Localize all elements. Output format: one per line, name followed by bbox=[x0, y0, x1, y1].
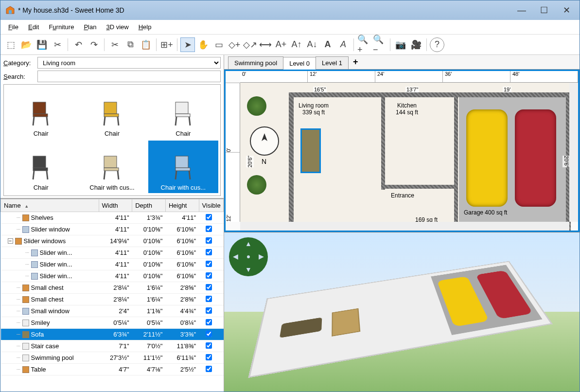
undo-icon[interactable]: ↶ bbox=[71, 37, 86, 52]
furniture-name: Small window bbox=[31, 307, 70, 315]
plant-icon bbox=[247, 175, 266, 195]
table-row[interactable]: ┄Shelves 4'11" 1'3¾" 4'11" bbox=[1, 212, 224, 224]
visible-checkbox[interactable] bbox=[206, 296, 212, 302]
table-row[interactable]: ┄Swimming pool 27'3½" 11'1½" 6'11¾" bbox=[1, 352, 224, 364]
text-decrease-icon[interactable]: A↓ bbox=[305, 37, 319, 52]
table-row[interactable]: ┄Slider win... 4'11" 0'10⅝" 6'10⅝" bbox=[1, 247, 224, 259]
add-level-button[interactable]: + bbox=[348, 55, 363, 69]
menu-file[interactable]: File bbox=[4, 21, 22, 33]
redo-icon[interactable]: ↷ bbox=[87, 37, 101, 52]
search-input[interactable] bbox=[37, 71, 221, 82]
zoom-in-icon[interactable]: 🔍+ bbox=[357, 37, 371, 52]
title-bar: * My house.sh3d - Sweet Home 3D — ☐ ✕ bbox=[0, 0, 580, 20]
paste-icon[interactable]: 📋 bbox=[139, 37, 153, 52]
visible-checkbox[interactable] bbox=[206, 261, 212, 267]
help-icon[interactable]: ? bbox=[430, 37, 444, 52]
visible-checkbox[interactable] bbox=[206, 354, 212, 360]
table-row[interactable]: ┄Small chest 2'8¼" 1'6¼" 2'8⅝" bbox=[1, 294, 224, 305]
visible-checkbox[interactable] bbox=[206, 366, 212, 372]
view-3d[interactable]: ▲ ◀●▶ ▼ bbox=[224, 232, 580, 392]
scrollbar-vertical[interactable] bbox=[569, 83, 578, 222]
chair-icon bbox=[24, 96, 58, 130]
table-row[interactable]: ┄Sofa 6'3¾" 2'11½" 3'3⅜" bbox=[1, 329, 224, 340]
furniture-name: Sofa bbox=[31, 331, 44, 338]
copy-icon[interactable]: ⧉ bbox=[123, 37, 138, 52]
visible-checkbox[interactable] bbox=[206, 214, 212, 220]
category-select[interactable]: Living room bbox=[37, 57, 221, 69]
pan-tool-icon[interactable]: ✋ bbox=[196, 37, 211, 52]
catalog-grid[interactable]: Chair Chair Chair Chair Chair wi bbox=[3, 84, 221, 196]
visible-checkbox[interactable] bbox=[206, 331, 212, 337]
text-italic-icon[interactable]: A bbox=[336, 37, 351, 52]
visible-checkbox[interactable] bbox=[206, 237, 212, 244]
catalog-item[interactable]: Chair bbox=[6, 141, 76, 193]
expand-icon[interactable]: − bbox=[8, 238, 13, 244]
col-name[interactable]: Name bbox=[1, 199, 99, 212]
floorplan-canvas[interactable]: 16'5" 13'7" 19' 20'6" 20'6" Living room3… bbox=[240, 83, 569, 222]
catalog-item[interactable]: Chair with cus... bbox=[148, 141, 218, 193]
separator bbox=[353, 38, 354, 51]
scrollbar-horizontal[interactable] bbox=[240, 222, 569, 231]
col-depth[interactable]: Depth bbox=[132, 199, 166, 212]
text-tool-icon[interactable]: A+ bbox=[274, 37, 288, 52]
menu-help[interactable]: Help bbox=[135, 21, 156, 33]
create-polyline-icon[interactable]: ◇↗ bbox=[243, 37, 257, 52]
menu-furniture[interactable]: Furniture bbox=[45, 21, 78, 33]
open-icon[interactable]: 📂 bbox=[19, 37, 34, 52]
catalog-item[interactable]: Chair bbox=[6, 87, 76, 139]
maximize-button[interactable]: ☐ bbox=[533, 2, 555, 18]
table-row[interactable]: ┄Smiley 0'5¼" 0'5¼" 0'8¼" bbox=[1, 317, 224, 329]
svg-rect-22 bbox=[176, 156, 188, 168]
menu-3dview[interactable]: 3D view bbox=[102, 21, 132, 33]
visible-checkbox[interactable] bbox=[206, 319, 212, 325]
select-tool-icon[interactable]: ➤ bbox=[180, 37, 195, 52]
table-row[interactable]: ┄Slider win... 4'11" 0'10⅝" 6'10⅝" bbox=[1, 259, 224, 270]
plan-2d-view[interactable]: 0' 12' 24' 36' 48' 0' 12' bbox=[224, 70, 580, 232]
create-room-icon[interactable]: ◇+ bbox=[227, 37, 242, 52]
furniture-name: Small chest bbox=[31, 284, 64, 291]
compass-icon[interactable] bbox=[250, 126, 279, 156]
close-button[interactable]: ✕ bbox=[555, 2, 578, 18]
create-walls-icon[interactable]: ▭ bbox=[211, 37, 226, 52]
visible-checkbox[interactable] bbox=[206, 249, 212, 255]
new-icon[interactable]: ⬚ bbox=[3, 37, 18, 52]
selected-sofa[interactable] bbox=[301, 129, 320, 173]
catalog-item[interactable]: Chair bbox=[77, 87, 147, 139]
visible-checkbox[interactable] bbox=[206, 284, 212, 290]
visible-checkbox[interactable] bbox=[206, 342, 212, 349]
table-row[interactable]: ┄Small chest 2'8¼" 1'6¼" 2'8⅝" bbox=[1, 282, 224, 294]
catalog-item[interactable]: Chair with cus... bbox=[77, 141, 147, 193]
zoom-out-icon[interactable]: 🔍− bbox=[372, 37, 387, 52]
tab-level0[interactable]: Level 0 bbox=[283, 57, 316, 70]
menu-plan[interactable]: Plan bbox=[80, 21, 100, 33]
minimize-button[interactable]: — bbox=[510, 2, 533, 18]
photo-icon[interactable]: 📷 bbox=[393, 37, 408, 52]
preferences-icon[interactable]: ✂ bbox=[50, 37, 65, 52]
save-icon[interactable]: 💾 bbox=[35, 37, 49, 52]
col-width[interactable]: Width bbox=[99, 199, 132, 212]
visible-checkbox[interactable] bbox=[206, 272, 212, 279]
video-icon[interactable]: 🎥 bbox=[409, 37, 423, 52]
text-bold-icon[interactable]: A bbox=[320, 37, 335, 52]
tab-level1[interactable]: Level 1 bbox=[316, 56, 349, 69]
table-row[interactable]: −Slider windows 14'9⅛" 0'10⅝" 6'10⅝" bbox=[1, 235, 224, 247]
nav-compass-icon[interactable]: ▲ ◀●▶ ▼ bbox=[229, 237, 268, 276]
tab-swimming-pool[interactable]: Swimming pool bbox=[228, 56, 283, 69]
add-furniture-icon[interactable]: ⊞+ bbox=[159, 37, 174, 52]
table-row[interactable]: ┄Stair case 7'1" 7'0½" 11'8⅜" bbox=[1, 340, 224, 352]
text-increase-icon[interactable]: A↑ bbox=[289, 37, 304, 52]
table-row[interactable]: ┄Table 4'7" 4'7⅛" 2'5½" bbox=[1, 364, 224, 375]
table-row[interactable]: ┄Slider window 4'11" 0'10⅝" 6'10⅝" bbox=[1, 224, 224, 235]
visible-checkbox[interactable] bbox=[206, 307, 212, 314]
col-visible[interactable]: Visible bbox=[199, 199, 223, 212]
visible-checkbox[interactable] bbox=[206, 226, 212, 232]
col-height[interactable]: Height bbox=[165, 199, 199, 212]
create-dimension-icon[interactable]: ⟷ bbox=[258, 37, 273, 52]
catalog-item[interactable]: Chair bbox=[148, 87, 218, 139]
cell-height: 6'10⅝" bbox=[165, 270, 199, 282]
table-row[interactable]: ┄Small window 2'4" 1'1⅜" 4'4¾" bbox=[1, 305, 224, 317]
menu-edit[interactable]: Edit bbox=[24, 21, 43, 33]
table-row[interactable]: ┄Slider win... 4'11" 0'10⅝" 6'10⅝" bbox=[1, 270, 224, 282]
furniture-table[interactable]: Name Width Depth Height Visible ┄Shelves… bbox=[0, 198, 224, 392]
cut-icon[interactable]: ✂ bbox=[107, 37, 122, 52]
